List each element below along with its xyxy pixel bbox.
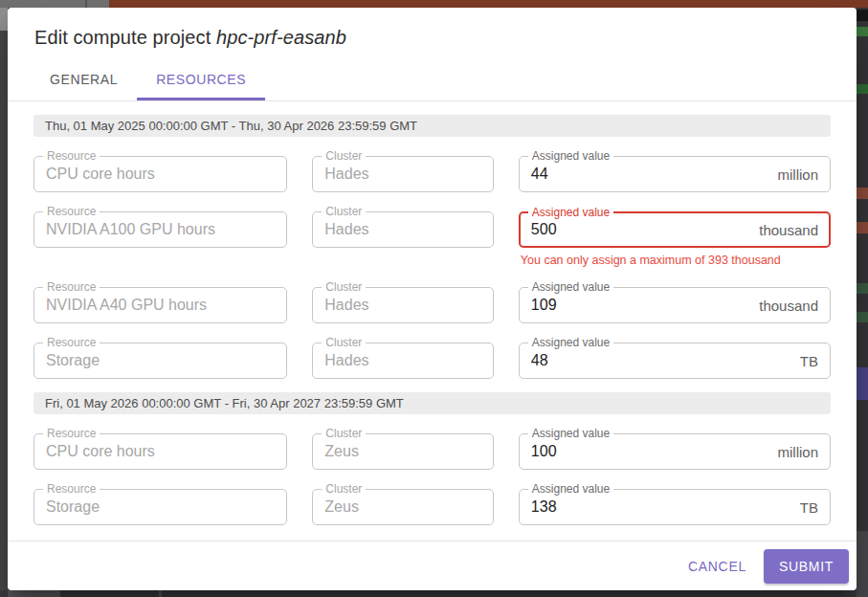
resource-row: Resource Cluster Assigned value TB xyxy=(33,343,831,379)
background-fragment xyxy=(8,590,60,597)
assigned-value-field[interactable]: Assigned value TB xyxy=(519,343,831,379)
assigned-value-field[interactable]: Assigned value TB xyxy=(519,489,831,525)
dialog-tabbar: GENERAL RESOURCES xyxy=(8,57,857,101)
cluster-field: Cluster xyxy=(312,156,494,192)
edit-project-dialog: Edit compute project hpc-prf-easanb GENE… xyxy=(8,8,857,590)
cluster-field-label: Cluster xyxy=(322,205,366,218)
validation-error-message: You can only assign a maximum of 393 tho… xyxy=(519,254,831,268)
resource-input xyxy=(46,166,275,183)
cluster-field-label: Cluster xyxy=(322,427,366,440)
background-fragment xyxy=(857,531,868,597)
resource-field: Resource xyxy=(33,211,287,248)
assigned-value-cell: Assigned value TB xyxy=(519,489,831,525)
resource-input xyxy=(46,498,275,516)
background-fragment xyxy=(857,312,868,322)
cluster-input xyxy=(324,443,481,460)
background-topbar-red xyxy=(109,0,868,8)
assigned-value-field-label: Assigned value xyxy=(528,427,613,440)
resource-row: Resource Cluster Assigned value million xyxy=(33,433,831,470)
cluster-field: Cluster xyxy=(312,287,494,323)
cluster-field-label: Cluster xyxy=(322,482,366,496)
assigned-value-cell: Assigned value million xyxy=(519,156,831,192)
background-fragment xyxy=(857,222,868,233)
assigned-value-input[interactable] xyxy=(531,166,770,183)
assigned-value-field-label: Assigned value xyxy=(528,280,613,294)
resource-input xyxy=(46,297,275,314)
resource-input xyxy=(46,352,275,369)
background-topbar-divider xyxy=(85,0,87,8)
resource-field-label: Resource xyxy=(43,280,100,294)
unit-suffix: TB xyxy=(800,353,818,369)
background-fragment xyxy=(857,367,868,400)
cluster-field-label: Cluster xyxy=(322,149,366,163)
background-fragment xyxy=(159,590,162,597)
resource-row: Resource Cluster Assigned value TB xyxy=(33,489,831,525)
assigned-value-input[interactable] xyxy=(531,297,751,314)
resources-form: Thu, 01 May 2025 00:00:00 GMT - Thu, 30 … xyxy=(8,101,857,541)
cluster-field: Cluster xyxy=(312,489,494,525)
cluster-input xyxy=(324,297,481,314)
assigned-value-field-label: Assigned value xyxy=(528,206,613,219)
background-fragment xyxy=(857,27,868,36)
period-rows: Resource Cluster Assigned value million … xyxy=(33,433,831,525)
resource-field: Resource xyxy=(33,156,287,192)
resource-row: Resource Cluster Assigned value million xyxy=(33,156,831,192)
background-right-strip xyxy=(857,8,868,597)
resource-input xyxy=(46,443,275,460)
unit-suffix: thousand xyxy=(759,222,818,238)
dialog-title: Edit compute project hpc-prf-easanb xyxy=(8,8,857,49)
background-fragment xyxy=(857,10,868,21)
unit-suffix: million xyxy=(777,444,818,460)
allocation-period: Thu, 01 May 2025 00:00:00 GMT - Thu, 30 … xyxy=(33,115,831,379)
cluster-field: Cluster xyxy=(312,343,494,379)
tab-indicator xyxy=(137,98,265,100)
background-bottom-strip xyxy=(8,590,857,597)
unit-suffix: million xyxy=(777,166,818,183)
background-fragment xyxy=(857,84,868,94)
unit-suffix: thousand xyxy=(759,298,818,314)
tab-resources[interactable]: RESOURCES xyxy=(137,57,265,100)
background-left-strip-light xyxy=(0,8,8,31)
background-fragment xyxy=(857,283,868,294)
assigned-value-input[interactable] xyxy=(531,221,751,238)
assigned-value-cell: Assigned value thousand You can only ass… xyxy=(519,211,831,268)
dialog-footer: CANCEL SUBMIT xyxy=(8,541,857,590)
assigned-value-cell: Assigned value million xyxy=(519,433,831,470)
resource-field-label: Resource xyxy=(43,336,100,349)
assigned-value-field[interactable]: Assigned value million xyxy=(519,433,831,470)
cluster-field-label: Cluster xyxy=(322,336,366,349)
resource-field-label: Resource xyxy=(43,427,100,440)
assigned-value-input[interactable] xyxy=(531,352,792,369)
period-rows: Resource Cluster Assigned value million … xyxy=(33,156,831,379)
dialog-title-prefix: Edit compute project xyxy=(34,27,211,48)
project-name: hpc-prf-easanb xyxy=(216,27,346,48)
assigned-value-field[interactable]: Assigned value thousand xyxy=(519,211,831,248)
assigned-value-input[interactable] xyxy=(531,498,792,516)
cancel-button[interactable]: CANCEL xyxy=(673,549,762,584)
resource-row: Resource Cluster Assigned value thousand… xyxy=(33,211,831,268)
allocation-period: Fri, 01 May 2026 00:00:00 GMT - Fri, 30 … xyxy=(33,392,831,525)
cluster-input xyxy=(324,221,481,238)
cluster-input xyxy=(324,166,481,183)
tab-general-label: GENERAL xyxy=(50,72,118,87)
tab-general[interactable]: GENERAL xyxy=(31,57,137,100)
resource-input xyxy=(46,221,275,238)
background-fragment xyxy=(857,188,868,199)
assigned-value-field[interactable]: Assigned value thousand xyxy=(519,287,831,323)
resource-row: Resource Cluster Assigned value thousand xyxy=(33,287,831,323)
period-date-range: Fri, 01 May 2026 00:00:00 GMT - Fri, 30 … xyxy=(33,392,831,414)
submit-button[interactable]: SUBMIT xyxy=(764,549,849,584)
resource-field: Resource xyxy=(33,489,287,525)
resource-field: Resource xyxy=(33,287,287,323)
resource-field-label: Resource xyxy=(43,482,100,496)
background-topbar-gray xyxy=(0,0,109,8)
cluster-field: Cluster xyxy=(312,433,494,470)
assigned-value-field[interactable]: Assigned value million xyxy=(519,156,831,192)
resource-field-label: Resource xyxy=(43,205,100,218)
assigned-value-input[interactable] xyxy=(531,443,770,460)
period-date-range: Thu, 01 May 2025 00:00:00 GMT - Thu, 30 … xyxy=(33,115,831,137)
tab-resources-label: RESOURCES xyxy=(156,72,246,87)
assigned-value-field-label: Assigned value xyxy=(528,149,613,163)
assigned-value-cell: Assigned value TB xyxy=(519,343,831,379)
assigned-value-cell: Assigned value thousand xyxy=(519,287,831,323)
